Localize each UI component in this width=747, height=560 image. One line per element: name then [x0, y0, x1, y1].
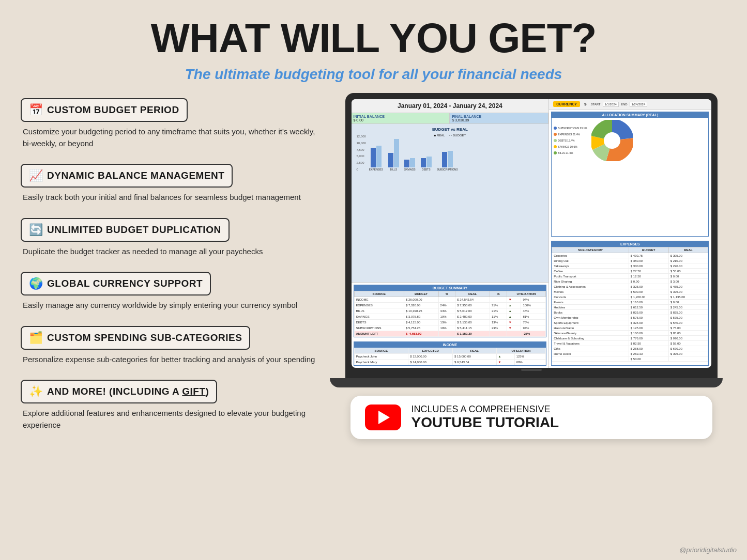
final-balance-value: $ 3,630.39 [452, 118, 546, 122]
table-row: Hobbies$ 612.50$ 245.00 [552, 305, 708, 310]
table-row: SAVINGS$ 3,075.8310%$ 2,480.0011%▲81% [354, 314, 546, 320]
table-row: Takeaways$ 300.00$ 220.00 [552, 263, 708, 269]
expenses-col-budget: BUDGET [629, 247, 668, 253]
table-row: EXPENSES$ 7,320.0824%$ 7,350.0031%▲100% [354, 303, 546, 308]
table-row: Clothing & Accessories$ 325.00$ 455.00 [552, 284, 708, 289]
chart-legend-real: ■ REAL [434, 134, 445, 137]
laptop-base [330, 378, 723, 387]
income-col-source: SOURCE [354, 348, 408, 354]
feature-desc-3: Easily manage any currency worldwide by … [21, 300, 321, 312]
table-row: AMOUNT LEFT$ -4,663.92$ 1,150.39-25% [354, 331, 546, 337]
expenses-title: EXPENSES [552, 241, 708, 247]
allocation-section: ALLOCATION SUMMARY (REAL) SUBSCRIPTIONS … [551, 112, 709, 237]
youtube-text: INCLUDES A COMPREHENSIVE YOUTUBE TUTORIA… [411, 404, 559, 431]
feature-title-box-4: 🗂️ CUSTOM SPENDING SUB-CATEGORIES [21, 326, 250, 350]
feature-icon-5: ✨ [29, 385, 43, 398]
table-row: Books$ 825.00$ 825.00 [552, 310, 708, 315]
feature-title-box-0: 📅 CUSTOM BUDGET PERIOD [21, 98, 188, 122]
col-real: REAL [455, 291, 490, 297]
table-row: Gym Membership$ 575.00$ 575.00 [552, 315, 708, 320]
expenses-col-subcategory: SUB-CATEGORY [552, 247, 629, 253]
feature-title-text-5: AND MORE! (INCLUDING A GIFT) [47, 386, 209, 397]
final-balance-cell: FINAL BALANCE $ 3,630.39 [450, 113, 548, 123]
initial-balance-value: $ 0.00 [354, 118, 448, 122]
table-row: DEBTS$ 4,115.0013%$ 3,135.0013%▼76% [354, 320, 546, 325]
sheet-left: January 01, 2024 - January 24, 2024 INIT… [352, 99, 550, 368]
budget-summary-section: BUDGET SUMMARY SOURCE BUDGET % REAL % [354, 285, 547, 337]
table-row: Dining Out$ 350.00$ 210.00 [552, 258, 708, 263]
col-utilization: UTILIZATION [507, 291, 546, 297]
pie-labels: SUBSCRIPTIONS 23.1% EXPENSES 31.4% DEBTS… [554, 120, 587, 161]
youtube-play-button[interactable] [365, 405, 401, 430]
expenses-col-real: REAL [668, 247, 708, 253]
feature-icon-3: 🌍 [29, 277, 43, 290]
table-row: SUBSCRIPTIONS$ 5,754.2519%$ 5,411.1523%▼… [354, 325, 546, 331]
sheet-right: CURRENCY $ START 1/1/2024 END 1/24/2024 [549, 99, 711, 368]
feature-title-text-2: UNLIMITED BUDGET DUPLICATION [47, 224, 221, 236]
income-table: SOURCE EXPECTED REAL UTILIZATION Paychec… [354, 348, 546, 365]
table-row: Ride Sharing$ 0.00$ 3.00 [552, 279, 708, 284]
chart-section: BUDGET vs REAL ■ REAL - - BUDGET 12,5001… [352, 124, 549, 283]
youtube-banner: INCLUDES A COMPREHENSIVE YOUTUBE TUTORIA… [350, 396, 712, 439]
currency-label: CURRENCY [553, 101, 580, 107]
col-pct1: % [438, 291, 455, 297]
feature-title-box-1: 📈 DYNAMIC BALANCE MANAGEMENT [21, 164, 233, 188]
start-value: 1/1/2024 [603, 102, 619, 107]
feature-item-1: 📈 DYNAMIC BALANCE MANAGEMENT Easily trac… [21, 164, 321, 204]
feature-icon-1: 📈 [29, 169, 43, 182]
svg-point-5 [604, 132, 620, 149]
laptop-screen: January 01, 2024 - January 24, 2024 INIT… [352, 99, 711, 368]
col-pct2: % [490, 291, 507, 297]
income-col-utilization: UTILIZATION [496, 348, 546, 354]
feature-item-0: 📅 CUSTOM BUDGET PERIOD Customize your bu… [21, 98, 321, 149]
table-row: Groceries$ 493.75$ 395.00 [552, 253, 708, 258]
feature-icon-4: 🗂️ [29, 331, 43, 345]
table-row: Events$ 110.00$ 0.00 [552, 300, 708, 305]
spreadsheet-container: January 01, 2024 - January 24, 2024 INIT… [352, 99, 711, 368]
pie-chart [591, 120, 633, 161]
watermark: @prioridigitalstudio [679, 546, 737, 554]
chart-y-axis: 12,50010,0007,5005,0002,5000 [357, 135, 367, 171]
feature-item-3: 🌍 GLOBAL CURRENCY SUPPORT Easily manage … [21, 272, 321, 312]
table-row: Movies$ 500.00$ 335.00 [552, 289, 708, 294]
right-section: January 01, 2024 - January 24, 2024 INIT… [336, 98, 726, 445]
table-row: BILLS$ 10,398.7534%$ 5,017.0021%▲48% [354, 308, 546, 314]
table-row: Concerts$ 1,200.00$ 1,135.00 [552, 294, 708, 300]
feature-desc-1: Easily track both your initial and final… [21, 192, 321, 204]
feature-title-text-3: GLOBAL CURRENCY SUPPORT [47, 278, 203, 289]
youtube-line1: INCLUDES A COMPREHENSIVE [411, 404, 559, 415]
pie-label-subscriptions: SUBSCRIPTIONS 23.1% [554, 127, 587, 130]
laptop-mockup: January 01, 2024 - January 24, 2024 INIT… [345, 93, 718, 378]
table-row: $ 50.00 [552, 356, 708, 362]
table-row: Sports Equipment$ 324.00$ 540.00 [552, 320, 708, 325]
expenses-table: SUB-CATEGORY BUDGET REAL Groceries$ 493.… [552, 247, 708, 362]
table-row: Haircuts/Salon$ 125.00$ 75.00 [552, 325, 708, 331]
features-column: 📅 CUSTOM BUDGET PERIOD Customize your bu… [21, 98, 321, 445]
chart-title: BUDGET vs REAL [355, 127, 546, 132]
table-row: Home Decor$ 263.33$ 395.00 [552, 351, 708, 356]
table-row: Skincare/Beauty$ 100.00$ 85.00 [552, 331, 708, 336]
income-col-expected: EXPECTED [408, 348, 453, 354]
chart-legend-budget: - - BUDGET [449, 134, 466, 137]
play-triangle-icon [378, 411, 390, 424]
initial-balance-label: INITIAL BALANCE [354, 115, 448, 118]
page-title: WHAT WILL YOU GET? [0, 0, 747, 61]
expenses-right-section: EXPENSES SUB-CATEGORY BUDGET REAL [551, 241, 709, 366]
table-row: Paycheck John$ 12,000.00$ 15,000.00▲125% [354, 354, 546, 360]
feature-title-box-3: 🌍 GLOBAL CURRENCY SUPPORT [21, 272, 211, 295]
feature-title-box-2: 🔄 UNLIMITED BUDGET DUPLICATION [21, 218, 230, 242]
pie-label-debts: DEBTS 13.4% [554, 139, 587, 142]
income-col-real: REAL [453, 348, 496, 354]
end-value: 1/24/2024 [630, 102, 648, 107]
feature-icon-0: 📅 [29, 103, 43, 117]
table-row: Paycheck Mary$ 14,000.00$ 9,543.54▼68% [354, 360, 546, 365]
allocation-title: ALLOCATION SUMMARY (REAL) [552, 112, 708, 118]
balance-row: INITIAL BALANCE $ 0.00 FINAL BALANCE $ 3… [352, 113, 549, 124]
table-row: Travel & Vacations$ 82.50$ 55.00 [552, 341, 708, 346]
feature-item-4: 🗂️ CUSTOM SPENDING SUB-CATEGORIES Person… [21, 326, 321, 366]
currency-value: $ [584, 102, 586, 106]
budget-summary-title: BUDGET SUMMARY [354, 285, 546, 291]
table-row: INCOME$ 26,000.00$ 24,543.54▼94% [354, 297, 546, 303]
final-balance-label: FINAL BALANCE [452, 115, 546, 118]
pie-label-bills: BILLS 21.4% [554, 151, 587, 154]
